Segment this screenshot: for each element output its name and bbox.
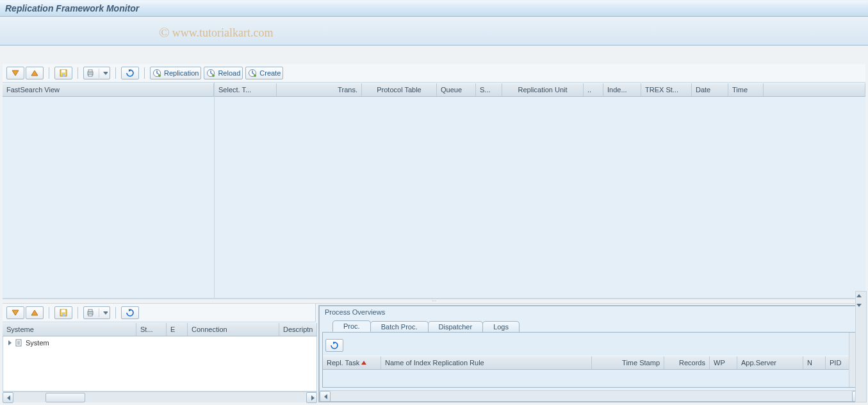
proc-col-appserver[interactable]: App.Server [737, 356, 803, 369]
fastsearch-tree-body[interactable] [3, 97, 214, 298]
grid-col-s[interactable]: S... [476, 83, 502, 96]
sys-save-button[interactable] [54, 306, 72, 319]
app-menu-bar [0, 17, 868, 45]
tab-logs[interactable]: Logs [482, 321, 520, 332]
replication-grid-body[interactable] [215, 97, 865, 298]
grid-header-row: Select. T... Trans. Protocol Table Queue… [215, 83, 865, 97]
systems-tree-body[interactable]: System [3, 336, 317, 392]
grid-col-protocol[interactable]: Protocol Table [362, 83, 437, 96]
refresh-icon [126, 69, 135, 78]
outer-vertical-scrollbar[interactable] [855, 291, 867, 402]
grid-col-dots[interactable]: .. [584, 83, 603, 96]
sys-col-systeme[interactable]: Systeme [3, 323, 136, 336]
sys-col-status[interactable]: St... [136, 323, 167, 336]
grid-col-time[interactable]: Time [728, 83, 764, 96]
process-tabstrip: Proc. Batch Proc. Dispatcher Logs [320, 318, 863, 332]
sys-collapse-all-button[interactable] [26, 306, 44, 319]
sys-refresh-button[interactable] [121, 306, 139, 319]
grid-col-trex[interactable]: TREX St... [641, 83, 692, 96]
scroll-left-button[interactable] [3, 392, 13, 403]
scroll-thumb[interactable] [45, 393, 85, 402]
refresh-icon [330, 341, 339, 350]
proc-col-task[interactable]: Repl. Task [323, 356, 381, 369]
proc-col-records[interactable]: Records [664, 356, 710, 369]
process-overviews-group: Process Overviews Proc. Batch Proc. Disp… [319, 306, 864, 402]
print-icon [86, 308, 95, 317]
page-title: Replication Framework Monitor [5, 3, 139, 13]
replication-grid: Select. T... Trans. Protocol Table Queue… [215, 83, 865, 298]
dropdown-icon [99, 308, 108, 317]
execute-icon [206, 69, 215, 78]
grid-col-select[interactable]: Select. T... [215, 83, 277, 96]
grid-col-date[interactable]: Date [692, 83, 728, 96]
groupbox-title: Process Overviews [320, 306, 863, 318]
refresh-button[interactable] [121, 67, 139, 79]
grid-col-trans[interactable]: Trans. [277, 83, 362, 96]
proc-col-wp[interactable]: WP [710, 356, 737, 369]
proc-col-timestamp[interactable]: Time Stamp [592, 356, 664, 369]
triangle-up-icon [30, 69, 39, 78]
create-button[interactable]: Create [245, 67, 283, 79]
expand-icon[interactable] [8, 340, 12, 345]
save-layout-button[interactable] [54, 67, 72, 79]
tree-header[interactable]: FastSearch View [3, 83, 214, 96]
scroll-left-button[interactable] [320, 391, 331, 402]
system-tree-root[interactable]: System [3, 336, 316, 347]
replication-button[interactable]: Replication [150, 67, 201, 79]
sys-col-connection[interactable]: Connection [188, 323, 279, 336]
systems-horizontal-scrollbar[interactable] [3, 392, 317, 402]
tab-batch-proc[interactable]: Batch Proc. [370, 321, 429, 332]
document-icon [14, 338, 23, 347]
proc-refresh-button[interactable] [325, 339, 343, 352]
proc-col-n[interactable]: N [803, 356, 826, 369]
sys-print-button[interactable] [83, 306, 110, 319]
print-button[interactable] [83, 67, 110, 79]
collapse-all-button[interactable] [26, 67, 44, 79]
print-icon [86, 69, 95, 78]
execute-icon [248, 69, 257, 78]
main-toolbar: Replication Reload Create [3, 64, 865, 83]
execute-icon [152, 69, 161, 78]
triangle-up-icon [30, 308, 39, 317]
sort-asc-icon [361, 361, 366, 365]
sys-col-descriptn[interactable]: Descriptn [279, 323, 317, 336]
grid-col-index[interactable]: Inde... [603, 83, 641, 96]
refresh-icon [126, 308, 135, 317]
reload-button[interactable]: Reload [204, 67, 243, 79]
scroll-up-button[interactable] [856, 292, 866, 301]
expand-all-button[interactable] [6, 67, 24, 79]
tab-dispatcher[interactable]: Dispatcher [428, 321, 484, 332]
page-title-bar: Replication Framework Monitor [0, 0, 868, 17]
tab-page-proc: Repl. Task Name of Index Replication Rul… [322, 332, 860, 388]
dropdown-icon [99, 69, 108, 78]
sys-col-e[interactable]: E [167, 323, 188, 336]
grid-col-repl-unit[interactable]: Replication Unit [502, 83, 584, 96]
triangle-down-icon [11, 308, 20, 317]
proc-col-rule[interactable]: Name of Index Replication Rule [381, 356, 592, 369]
save-icon [59, 308, 68, 317]
triangle-down-icon [11, 69, 20, 78]
proc-horizontal-scrollbar[interactable] [320, 390, 863, 401]
sys-expand-all-button[interactable] [6, 306, 24, 319]
grid-col-queue[interactable]: Queue [437, 83, 476, 96]
tab-proc[interactable]: Proc. [332, 320, 371, 332]
fastsearch-tree-pane: FastSearch View [3, 83, 215, 298]
tree-node-label: System [26, 339, 49, 347]
save-icon [59, 69, 68, 78]
horizontal-splitter[interactable] [3, 299, 865, 304]
scroll-right-button[interactable] [306, 392, 317, 403]
systems-pane: Systeme St... E Connection Descriptn Sys… [3, 304, 316, 402]
scroll-down-button[interactable] [856, 301, 866, 310]
